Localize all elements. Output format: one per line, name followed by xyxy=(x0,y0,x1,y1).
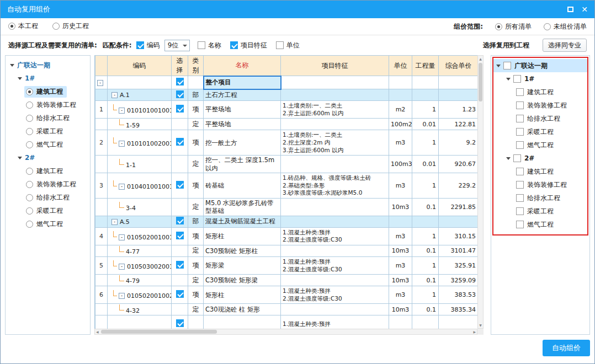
right-tree-item[interactable]: 燃气工程 xyxy=(493,218,587,231)
left-tree-item[interactable]: 建筑工程 xyxy=(6,85,90,98)
source-option[interactable]: 历史工程 xyxy=(52,22,89,31)
checkbox-icon[interactable] xyxy=(516,101,524,109)
row-checkbox[interactable] xyxy=(176,181,184,189)
collapse-arrow-icon[interactable] xyxy=(506,157,511,162)
row-checkbox[interactable] xyxy=(176,138,184,146)
scroll-left-icon[interactable]: ◀ xyxy=(95,329,100,335)
radio-icon[interactable] xyxy=(26,115,33,122)
left-tree-item[interactable]: 装饰装修工程 xyxy=(6,178,90,191)
left-tree-item[interactable]: 给排水工程 xyxy=(6,111,90,125)
match-condition[interactable]: 名称 xyxy=(198,41,221,50)
table-row[interactable]: -A.5部混凝土及钢筋混凝土工程 xyxy=(95,216,478,227)
vertical-scrollbar[interactable]: ▲ ▼ xyxy=(477,55,484,329)
checkbox-icon[interactable] xyxy=(230,41,238,49)
table-row[interactable]: 1.混凝土种类:预拌 xyxy=(95,315,478,329)
radio-icon[interactable] xyxy=(26,207,33,215)
restore-icon[interactable] xyxy=(567,7,573,12)
table-row[interactable]: 5-010503002001项矩形梁1.混凝土种类:预拌 2.混凝土强度等级:C… xyxy=(95,256,478,274)
right-tree-item[interactable]: 广联达一期 xyxy=(493,59,587,72)
checkbox-icon[interactable] xyxy=(516,168,524,175)
collapse-arrow-icon[interactable] xyxy=(496,65,501,69)
right-tree-item[interactable]: 2# xyxy=(493,152,587,165)
radio-icon[interactable] xyxy=(26,101,33,109)
left-tree-item[interactable]: 建筑工程 xyxy=(6,164,90,178)
horizontal-scrollbar[interactable]: ◀ ▶ xyxy=(94,329,477,335)
collapse-arrow-icon[interactable] xyxy=(506,78,511,83)
auto-price-button[interactable]: 自动组价 xyxy=(543,340,590,356)
collapse-arrow-icon[interactable] xyxy=(18,157,22,162)
checkbox-icon[interactable] xyxy=(516,221,524,228)
scroll-right-icon[interactable]: ▶ xyxy=(472,329,477,335)
right-tree-item[interactable]: 给排水工程 xyxy=(493,191,587,205)
checkbox-icon[interactable] xyxy=(513,75,521,83)
same-major-button[interactable]: 选择同专业 xyxy=(543,39,587,52)
code-digits-select[interactable]: 9位 xyxy=(164,40,190,51)
expand-collapse-icon[interactable]: - xyxy=(119,108,125,114)
checkbox-icon[interactable] xyxy=(516,115,524,122)
row-checkbox[interactable] xyxy=(176,319,184,327)
expand-collapse-icon[interactable]: - xyxy=(111,92,118,98)
right-tree-item[interactable]: 1# xyxy=(493,72,587,85)
checkbox-icon[interactable] xyxy=(136,41,144,49)
scroll-down-icon[interactable]: ▼ xyxy=(478,322,483,328)
vertical-scroll-thumb[interactable] xyxy=(479,63,482,101)
table-row[interactable]: 3-010401001001项砖基础1.砖品种、规格、强度等级:粘土砖 2.基础… xyxy=(95,173,478,198)
expand-collapse-icon[interactable]: - xyxy=(119,264,125,270)
expand-collapse-icon[interactable]: - xyxy=(119,234,125,240)
left-tree-item[interactable]: 装饰装修工程 xyxy=(6,98,90,111)
checkbox-icon[interactable] xyxy=(516,207,524,215)
expand-collapse-icon[interactable]: - xyxy=(119,184,125,190)
checkbox-icon[interactable] xyxy=(516,88,524,96)
table-row[interactable]: 6-010502001002项矩形柱1.混凝土种类:预拌 2.混凝土强度等级:C… xyxy=(95,286,478,304)
right-tree-item[interactable]: 采暖工程 xyxy=(493,125,587,138)
match-condition[interactable]: 项目特征 xyxy=(230,41,267,50)
expand-collapse-icon[interactable]: - xyxy=(111,219,118,225)
checkbox-icon[interactable] xyxy=(503,62,511,69)
left-tree-item[interactable]: 燃气工程 xyxy=(6,138,90,151)
table-row[interactable]: 4-32定C30现浇砼 柱 矩形10m30.13835.34 xyxy=(95,304,478,315)
checkbox-icon[interactable] xyxy=(513,154,521,162)
right-tree-item[interactable]: 建筑工程 xyxy=(493,85,587,99)
radio-icon[interactable] xyxy=(26,128,33,135)
expand-collapse-icon[interactable]: - xyxy=(119,141,125,147)
close-icon[interactable]: ✕ xyxy=(581,6,588,13)
source-option[interactable]: 本工程 xyxy=(8,22,38,31)
left-tree-item[interactable]: 采暖工程 xyxy=(6,204,90,217)
row-checkbox[interactable] xyxy=(176,261,184,269)
collapse-arrow-icon[interactable] xyxy=(18,77,22,82)
checkbox-icon[interactable] xyxy=(516,194,524,202)
table-row[interactable]: 3-4定M5.0 水泥砂浆多孔砖带型基础10m30.12291.85 xyxy=(95,198,478,216)
scope-option[interactable]: 未组价清单 xyxy=(544,22,587,31)
horizontal-scroll-thumb[interactable] xyxy=(101,330,217,334)
table-row[interactable]: -整个项目 xyxy=(95,76,478,89)
row-checkbox[interactable] xyxy=(176,232,184,239)
right-tree-item[interactable]: 燃气工程 xyxy=(493,138,587,152)
row-checkbox[interactable] xyxy=(176,78,184,85)
match-condition[interactable]: 单位 xyxy=(276,41,300,50)
left-tree-item[interactable]: 给排水工程 xyxy=(6,191,90,204)
radio-icon[interactable] xyxy=(26,168,33,175)
right-tree-item[interactable]: 装饰装修工程 xyxy=(493,99,587,112)
radio-icon[interactable] xyxy=(26,194,33,201)
radio-icon[interactable] xyxy=(26,141,33,148)
row-checkbox[interactable] xyxy=(176,105,184,113)
radio-icon[interactable] xyxy=(26,221,33,228)
table-row[interactable]: 1-59定平整场地100m20.01122.81 xyxy=(95,119,478,130)
right-tree-item[interactable]: 采暖工程 xyxy=(493,205,587,218)
table-row[interactable]: 4-010502001001项矩形柱1.混凝土种类:预拌 2.混凝土强度等级:C… xyxy=(95,227,478,245)
radio-icon[interactable] xyxy=(26,181,33,188)
checkbox-icon[interactable] xyxy=(276,41,284,49)
checkbox-icon[interactable] xyxy=(198,41,205,49)
table-row[interactable]: 1-010101001001项平整场地1.土壤类别:一、二类土 2.弃土运距:6… xyxy=(95,101,478,119)
collapse-arrow-icon[interactable] xyxy=(10,64,14,69)
expand-collapse-icon[interactable]: - xyxy=(97,80,103,86)
expand-collapse-icon[interactable]: - xyxy=(119,293,125,299)
radio-icon[interactable] xyxy=(26,88,33,95)
table-row[interactable]: 2-010101002001项挖一般土方1.土壤类别:一、二类土 2.挖土深度:… xyxy=(95,130,478,156)
row-checkbox[interactable] xyxy=(176,90,184,98)
checkbox-icon[interactable] xyxy=(516,141,524,149)
table-row[interactable]: 1-1定挖一、二类土 深度1.5m以内100m30.01920.67 xyxy=(95,156,478,173)
table-row[interactable]: -A.1部土石方工程 xyxy=(95,89,478,101)
left-tree-item[interactable]: 燃气工程 xyxy=(6,217,90,231)
scroll-up-icon[interactable]: ▲ xyxy=(478,56,483,62)
